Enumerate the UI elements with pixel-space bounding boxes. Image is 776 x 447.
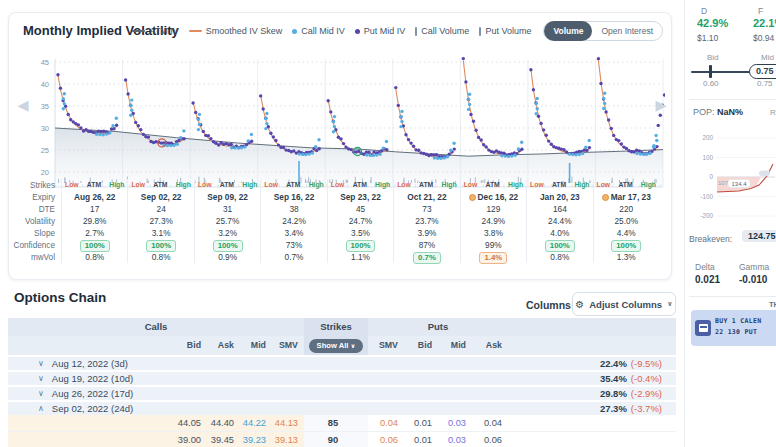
chevron-down-icon[interactable]: ∨ (38, 389, 44, 398)
col2-value: 22.1% (753, 17, 776, 29)
cell-volatility: 24.4% (526, 215, 592, 227)
cell-mwvol: 0.8% (61, 251, 127, 263)
cell-expiry: Sep 16, 22 (260, 191, 326, 203)
col1-value: 42.9% (697, 17, 728, 29)
cell-dte: 129 (460, 203, 526, 215)
pl-chart: 2001000-100-200107134.4 (687, 126, 775, 230)
expiry-table-row-confidence: Confidence100%100%100%73%100%87%99%100%1… (11, 239, 659, 251)
legend-item[interactable]: Put Mid IV (355, 26, 406, 36)
cell-strikes: LowATMHigh (460, 179, 526, 191)
divider (689, 296, 776, 297)
chevron-up-icon[interactable]: ∧ (38, 404, 44, 413)
call-smv: 44.13 (272, 415, 304, 432)
cell-mwvol: 0.7% (393, 251, 459, 263)
slider-right-label: Mid (761, 53, 774, 62)
cell-slope: 4.0% (526, 227, 592, 239)
gamma-value: -0.010 (739, 274, 767, 285)
cell-expiry: Dec 16, 22 (460, 191, 526, 203)
expiry-table-row-volatility: Volatility29.8%27.3%25.7%24.2%24.7%23.7%… (11, 215, 659, 227)
strike-value: 90 (304, 432, 368, 447)
put-bid: 0.01 (404, 432, 438, 447)
cell-slope: 3.5% (327, 227, 393, 239)
svg-text:30: 30 (41, 124, 49, 133)
chevron-down-icon[interactable]: ∨ (38, 374, 44, 383)
chain-expiry-row[interactable]: ∨Aug 26, 2022 (17d)29.8%(-2.9%) (8, 387, 676, 400)
breakeven-value: 124.75 (742, 230, 776, 242)
call-col-mid: Mid (240, 336, 272, 355)
call-col-bid: Bid (174, 336, 207, 355)
cell-volatility: 24.7% (327, 215, 393, 227)
chain-strike-row[interactable]: 44.0544.4044.2244.13850.040.010.030.04 (8, 415, 676, 432)
svg-text:107: 107 (718, 180, 729, 186)
price-slider-handle[interactable] (709, 65, 712, 78)
side-fragment: R (770, 108, 776, 117)
svg-text:-200: -200 (700, 212, 713, 219)
cell-strikes: LowATMHigh (61, 179, 127, 191)
chevron-down-icon: ∨ (351, 343, 356, 349)
cell-slope: 3.4% (260, 227, 326, 239)
slider-left-label: Bid (707, 53, 719, 62)
legend-label: Put Volume (485, 26, 531, 36)
legend-item[interactable]: Call Volume (415, 26, 469, 36)
legend-label: Smoothed IV Skew (206, 26, 283, 36)
cell-strikes: LowATMHigh (593, 179, 659, 191)
cell-dte: 31 (194, 203, 260, 215)
event-icon (469, 194, 476, 201)
toggle-open-interest[interactable]: Open Interest (592, 22, 662, 40)
call-ask: 44.40 (207, 415, 240, 432)
price-slider-value-pill[interactable]: 0.75 (749, 64, 776, 79)
show-all-button[interactable]: Show All ∨ (309, 339, 364, 353)
cell-slope: 3.2% (194, 227, 260, 239)
cell-dte: 220 (593, 203, 659, 215)
scroll-right-arrow[interactable]: ▸ (650, 88, 672, 122)
legend-label: Call Volume (421, 26, 469, 36)
strategy-badge-text: BUY 1 CALEN 22 130 PUT (715, 316, 761, 338)
cell-expiry: Jan 20, 23 (526, 191, 592, 203)
col1-price: $1.10 (697, 33, 718, 43)
svg-text:100: 100 (702, 154, 713, 161)
cell-confidence: 73% (260, 239, 326, 251)
expiry-table-row-mwvol: mwVol0.8%0.8%0.9%0.7%1.1%0.7%1.4%0.8%1.3… (11, 251, 659, 263)
volume-oi-toggle: VolumeOpen Interest (543, 21, 663, 41)
cell-mwvol: 0.8% (526, 251, 592, 263)
atm-iv-line-swatch (132, 30, 145, 32)
expiry-label: Aug 19, 2022 (10d) (52, 373, 133, 384)
pop-value: NaN% (717, 107, 743, 117)
chain-expiry-row[interactable]: ∨Aug 12, 2022 (3d)22.4%(-9.5%) (8, 357, 676, 370)
strategy-line1: BUY 1 CALEN (715, 316, 761, 327)
legend-item[interactable]: Call Mid IV (292, 26, 345, 36)
put-smv: 0.06 (368, 432, 404, 447)
legend-item[interactable]: Put Volume (479, 26, 531, 36)
expiry-iv: 29.8% (600, 388, 627, 399)
svg-text:45: 45 (41, 58, 49, 67)
cell-slope: 2.7% (61, 227, 127, 239)
legend-item[interactable]: ATM IV (132, 26, 178, 36)
svg-text:25: 25 (41, 146, 49, 155)
chain-expiry-row[interactable]: ∨Aug 19, 2022 (10d)35.4%(-0.4%) (8, 372, 676, 385)
strategy-badge[interactable]: BUY 1 CALEN 22 130 PUT (691, 310, 776, 346)
expiry-iv: 27.3% (600, 403, 627, 414)
cell-confidence: 100% (327, 239, 393, 251)
adjust-columns-button[interactable]: ⚙ Adjust Columns ∨ (572, 292, 676, 316)
cell-expiry: Sep 02, 22 (127, 191, 193, 203)
chevron-down-icon[interactable]: ∨ (38, 359, 44, 368)
chain-expiry-row[interactable]: ∧Sep 02, 2022 (24d)27.3%(-3.7%) (8, 402, 676, 415)
expiry-table-row-slope: Slope2.7%3.1%3.2%3.4%3.5%3.9%3.8%4.0%4.4… (11, 227, 659, 239)
options-chain-table: CallsStrikesPutsBidAskMidSMVShow All ∨SM… (8, 318, 676, 447)
mwvol-badge: 1.4% (479, 252, 507, 264)
cell-volatility: 25.0% (593, 215, 659, 227)
scroll-left-arrow[interactable]: ◂ (12, 88, 34, 122)
expiry-table-row-expiry: ExpiryAug 26, 22Sep 02, 22Sep 09, 22Sep … (11, 191, 659, 203)
cell-expiry: Aug 26, 22 (61, 191, 127, 203)
put-col-mid: Mid (438, 336, 472, 355)
implied-volatility-card: Monthly Implied Volatility ATM IVSmoothe… (8, 12, 672, 280)
call-bid: 39.00 (174, 432, 207, 447)
section-fragment: TH (769, 300, 776, 309)
event-icon (602, 194, 609, 201)
options-chain-title: Options Chain (14, 290, 106, 305)
toggle-volume[interactable]: Volume (544, 21, 592, 41)
chain-strike-row[interactable]: 39.0039.4539.2339.13900.060.010.030.06 (8, 432, 676, 447)
expiry-iv: 35.4% (600, 373, 627, 384)
row-label: Expiry (11, 193, 61, 202)
legend-item[interactable]: Smoothed IV Skew (189, 26, 283, 36)
